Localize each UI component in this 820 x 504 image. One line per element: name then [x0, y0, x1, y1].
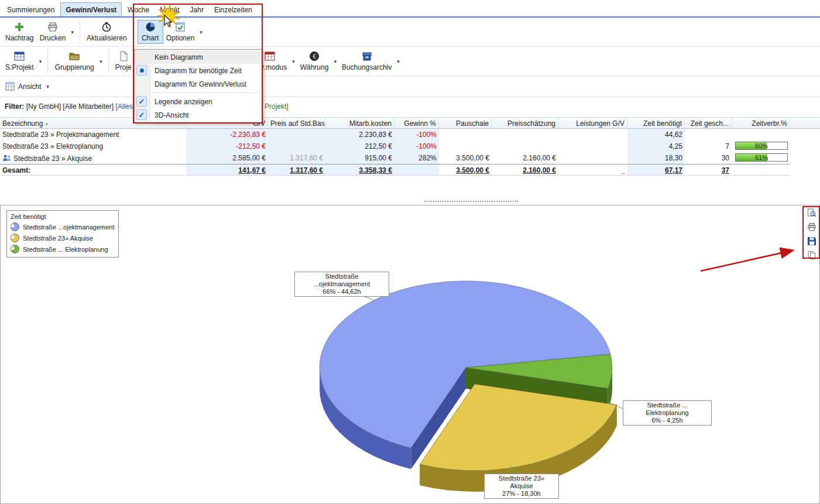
print-icon[interactable]	[807, 222, 817, 232]
save-icon[interactable]	[807, 236, 817, 246]
cell-zeit-gesch	[685, 129, 732, 140]
legend-label: Stedtstraße ...ojektmanagement	[23, 224, 115, 231]
dropdown-arrow-icon[interactable]: ▾	[290, 59, 297, 64]
column-header-preis-auf-std-basis[interactable]: Preis auf Std.Basis	[268, 118, 325, 128]
toolbar-row-3: Ansicht▾	[0, 76, 820, 97]
menu-tab-woche[interactable]: Woche	[123, 3, 154, 16]
legend-label: Stedtstraße ... Elektroplanung	[23, 246, 108, 253]
menu-item-label: 3D-Ansicht	[155, 111, 189, 119]
table-total-row[interactable]: Gesamt:141,67 €1.317,60 €3.358,33 €3.500…	[0, 164, 820, 176]
cell-preisschätzung: 2.160,00 €	[492, 164, 558, 176]
pie-slice-label: Stedtstraße ...ojektmanagement66% - 44,6…	[294, 272, 389, 297]
buchungsarchiv-button[interactable]: Buchungsarchiv	[339, 50, 394, 73]
cell-mitarb-kosten: 3.358,33 €	[325, 164, 394, 176]
pie-slice-label: Stedtstraße ... Elektroplanung6% - 4,25h	[623, 400, 712, 426]
menu-item-3d-ansicht[interactable]: ✓3D-Ansicht	[135, 108, 262, 122]
menu-item-legende-anzeigen[interactable]: ✓Legende anzeigen	[135, 95, 262, 108]
table-row[interactable]: Stedtstraße 23 » Akquise2.585,00 €1.317,…	[0, 152, 820, 164]
dropdown-arrow-icon[interactable]: ▾	[97, 59, 105, 64]
cell-zeit-benötigt: 18,30	[627, 152, 685, 164]
results-table: Bezeichnung ▼G/VPreis auf Std.BasisMitar…	[0, 117, 820, 176]
coin-icon: €	[309, 51, 320, 61]
pie-chart-svg[interactable]	[1, 205, 820, 503]
column-header-gewinn[interactable]: Gewinn %	[394, 118, 439, 128]
menu-tab-monat[interactable]: Monat	[155, 3, 184, 16]
dropdown-arrow-icon[interactable]: ▾	[394, 59, 402, 64]
menu-tab-gewinn-verlust[interactable]: Gewinn/Verlust	[60, 2, 122, 16]
radio-mark-icon	[136, 65, 147, 76]
column-header-mitarb-kosten[interactable]: Mitarb.kosten	[325, 118, 394, 128]
cell-gewinn: -100%	[394, 140, 439, 152]
column-header-preisschätzung[interactable]: Preisschätzung	[492, 118, 558, 128]
ansicht-button[interactable]: Ansicht	[2, 80, 44, 93]
dropdown-arrow-icon[interactable]: ▾	[331, 59, 339, 64]
chart-legend: Zeit benötigt Stedtstraße ...ojektmanage…	[6, 210, 119, 258]
toolbar-row-2: S:Projekt▾Gruppierung▾ProjeAbr.modus▾€Wä…	[0, 47, 820, 76]
optionen-button[interactable]: Optionen	[163, 20, 198, 43]
pie-icon	[145, 22, 156, 32]
check-mark-icon: ✓	[136, 109, 147, 120]
cell-bezeichnung: Stedtstraße 23 » Projektmanagement	[0, 129, 186, 140]
column-header-leistungen-g-v[interactable]: Leistungen G/V	[558, 118, 627, 128]
dropdown-arrow-icon[interactable]: ▾	[37, 59, 44, 64]
application-window: SummierungenGewinn/VerlustWocheMonatJahr…	[0, 0, 820, 504]
menu-item-diagramm-für-gewinn-verlust[interactable]: Diagramm für Gewinn/Verlust	[135, 77, 262, 91]
cell-g-v: 141,67 €	[186, 164, 268, 176]
cell-g-v: -2.230,83 €	[186, 129, 268, 140]
cell-pauschale	[439, 129, 492, 140]
dropdown-arrow-icon[interactable]: ▾	[197, 29, 205, 35]
cell-mitarb-kosten: 2.230,83 €	[325, 129, 394, 140]
cell-zeit-gesch: 7	[685, 140, 732, 152]
button-label: Drucken	[40, 34, 66, 42]
cell-zeitverbr: 60%	[732, 140, 790, 152]
menu-item-diagramm-für-benötigte-zeit[interactable]: Diagramm für benötigte Zeit	[135, 64, 262, 77]
button-label: Chart	[142, 34, 159, 42]
aktualisieren-button[interactable]: Aktualisieren	[84, 20, 130, 43]
column-header-zeit-gesch[interactable]: Zeit gesch...	[685, 118, 732, 128]
copy-icon[interactable]	[807, 250, 817, 260]
dropdown-arrow-icon[interactable]: ▾	[44, 84, 52, 90]
drucken-button[interactable]: Drucken	[37, 20, 69, 43]
chart-button[interactable]: Chart	[138, 20, 163, 44]
cell-gewinn	[394, 164, 439, 176]
chart-legend-title: Zeit benötigt	[11, 213, 115, 220]
filter-link-alles[interactable]: [Alles]	[115, 102, 135, 111]
menu-tab-einzelzeiten[interactable]: Einzelzeiten	[210, 3, 257, 16]
nachtrag-button[interactable]: Nachtrag	[2, 20, 37, 43]
cell-mitarb-kosten: 915,00 €	[325, 152, 394, 164]
button-label: Nachtrag	[5, 34, 34, 42]
button-label: Proje	[115, 63, 132, 71]
gruppierung-button[interactable]: Gruppierung	[52, 50, 97, 73]
s-projekt-button[interactable]: S:Projekt	[2, 50, 37, 73]
cell-preisschätzung: 2.160,00 €	[492, 152, 558, 164]
column-header-zeit-benötigt[interactable]: Zeit benötigt	[627, 118, 685, 128]
button-label: Optionen	[166, 34, 195, 42]
table-row[interactable]: Stedtstraße 23 » Projektmanagement-2.230…	[0, 129, 820, 140]
column-header-zeitverbr[interactable]: Zeitverbr.%	[732, 118, 790, 128]
legend-pie-icon	[11, 234, 19, 242]
menu-item-kein-diagramm[interactable]: Kein Diagramm	[135, 50, 262, 64]
cell-bezeichnung: Gesamt:	[0, 164, 186, 176]
toolbar-separator	[108, 50, 109, 73]
toolbar-separator	[47, 50, 48, 73]
timer-icon	[101, 22, 112, 32]
column-header-pauschale[interactable]: Pauschale	[439, 118, 492, 128]
preview-icon[interactable]	[807, 208, 817, 218]
menu-tab-summierungen[interactable]: Summierungen	[2, 3, 59, 16]
cell-pauschale	[439, 140, 492, 152]
cell-g-v: 2.585,00 €	[186, 152, 268, 164]
sort-arrow-icon: ▼	[43, 122, 49, 127]
table-row[interactable]: Stedtstraße 23 » Elektroplanung-212,50 €…	[0, 140, 820, 152]
menu-item-label: Diagramm für Gewinn/Verlust	[155, 80, 246, 88]
dropdown-arrow-icon[interactable]: ▾	[68, 29, 76, 35]
cell-g-v: -212,50 €	[186, 140, 268, 152]
cell-zeit-gesch: 37	[685, 164, 732, 176]
chart-dropdown-menu: Kein DiagrammDiagramm für benötigte Zeit…	[134, 49, 263, 123]
menu-tab-jahr[interactable]: Jahr	[186, 3, 208, 16]
legend-label: Stedtstraße 23» Akquise	[23, 235, 93, 242]
währung-button[interactable]: €Währung	[297, 50, 332, 73]
cell-bezeichnung: Stedtstraße 23 » Akquise	[0, 152, 186, 164]
filter-label: Filter:	[5, 102, 24, 111]
legend-item: Stedtstraße ...ojektmanagement	[11, 222, 115, 231]
proje-button[interactable]: Proje	[112, 50, 135, 73]
